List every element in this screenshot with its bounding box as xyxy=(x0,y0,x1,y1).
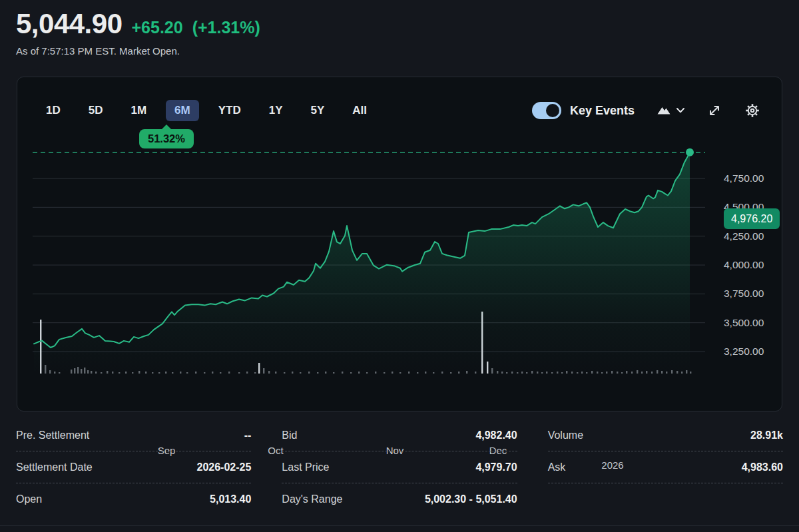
fullscreen-button[interactable] xyxy=(706,102,723,119)
stat-label: Bid xyxy=(282,429,297,441)
stat-row: Bid4,982.40 xyxy=(282,419,517,451)
current-price-badge: 4,976.20 xyxy=(724,208,780,229)
chart-toolbar: 1D5D1M6MYTD1Y5YAll Key Events xyxy=(37,99,762,122)
stat-label: Volume xyxy=(548,429,583,441)
as-of-text: As of 7:57:13 PM EST. Market Open. xyxy=(16,45,260,57)
stat-value: 4,982.40 xyxy=(475,429,517,441)
chart-type-button[interactable] xyxy=(655,101,686,120)
stat-row: Pre. Settlement-- xyxy=(16,419,251,451)
stat-value: 5,002.30 - 5,051.40 xyxy=(425,493,517,505)
stat-row: Settlement Date2026-02-25 xyxy=(16,451,251,483)
area-chart-type-icon xyxy=(656,103,672,119)
quote-header: 5,044.90 +65.20 (+1.31%) As of 7:57:13 P… xyxy=(16,8,260,57)
price-change: +65.20 xyxy=(132,18,183,37)
range-button-1y[interactable]: 1Y xyxy=(260,100,292,121)
range-button-5d[interactable]: 5D xyxy=(80,100,112,121)
current-price-dot xyxy=(686,148,694,156)
stat-label: Pre. Settlement xyxy=(16,429,89,441)
y-axis-label: 3,500.00 xyxy=(724,316,790,330)
stat-row: Volume28.91k xyxy=(548,419,783,451)
range-button-5y[interactable]: 5Y xyxy=(302,100,334,121)
stats-column: Pre. Settlement--Settlement Date2026-02-… xyxy=(16,419,251,515)
stats-column: Bid4,982.40Last Price4,979.70Day's Range… xyxy=(282,419,517,515)
toolbar-right: Key Events xyxy=(532,101,762,120)
area-fill xyxy=(34,152,690,374)
stat-label: Settlement Date xyxy=(16,461,93,473)
bottom-divider xyxy=(0,525,799,526)
plot-area[interactable]: 4,750.004,500.004,250.004,000.003,750.00… xyxy=(33,144,705,374)
stat-label: Last Price xyxy=(282,461,329,473)
gear-icon xyxy=(744,103,760,119)
stat-label: Day's Range xyxy=(282,493,342,505)
chevron-down-icon xyxy=(676,108,684,113)
stat-value: 4,979.70 xyxy=(475,461,517,473)
y-axis-label: 4,750.00 xyxy=(724,172,790,185)
stat-row: Day's Range5,002.30 - 5,051.40 xyxy=(282,483,517,515)
stats-grid: Pre. Settlement--Settlement Date2026-02-… xyxy=(16,419,783,515)
stat-value: 28.91k xyxy=(750,429,783,441)
y-axis-label: 4,250.00 xyxy=(724,230,790,243)
stats-column: Volume28.91kAsk4,983.60 xyxy=(548,419,783,515)
expand-icon xyxy=(707,103,722,118)
key-events-toggle[interactable]: Key Events xyxy=(532,102,635,119)
stat-label: Ask xyxy=(548,461,566,473)
price-chart-svg xyxy=(33,144,705,374)
settings-button[interactable] xyxy=(743,101,762,120)
stat-value: 2026-02-25 xyxy=(196,461,251,473)
stat-row: Last Price4,979.70 xyxy=(282,451,517,483)
stat-value: 4,983.60 xyxy=(742,461,783,473)
last-price: 5,044.90 xyxy=(16,8,123,40)
range-button-1d[interactable]: 1D xyxy=(37,100,69,121)
price-change-percent: (+1.31%) xyxy=(192,18,260,37)
stat-value: 5,013.40 xyxy=(210,493,251,505)
range-button-ytd[interactable]: YTD xyxy=(210,100,250,121)
chart-panel: 1D5D1M6MYTD1Y5YAll Key Events xyxy=(17,77,782,411)
stat-row: Ask4,983.60 xyxy=(548,451,783,483)
key-events-label: Key Events xyxy=(570,104,635,118)
y-axis-label: 3,750.00 xyxy=(724,287,790,300)
stat-label: Open xyxy=(16,493,42,505)
range-button-6m[interactable]: 6M xyxy=(166,100,199,121)
range-button-all[interactable]: All xyxy=(344,100,376,121)
toggle-knob xyxy=(546,104,559,117)
stat-value: -- xyxy=(244,429,252,441)
toggle-switch-icon[interactable] xyxy=(532,102,561,119)
range-button-1m[interactable]: 1M xyxy=(122,100,155,121)
return-badge: 51.32% xyxy=(139,129,194,148)
stat-row: Open5,013.40 xyxy=(16,483,251,515)
y-axis-label: 4,000.00 xyxy=(724,258,790,272)
y-axis-label: 3,250.00 xyxy=(724,345,790,358)
range-buttons: 1D5D1M6MYTD1Y5YAll xyxy=(37,100,376,121)
